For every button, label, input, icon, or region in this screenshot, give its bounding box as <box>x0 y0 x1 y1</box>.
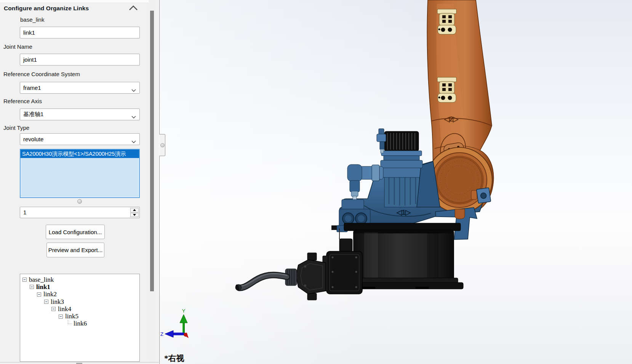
tree-expander-icon[interactable] <box>51 307 56 311</box>
chevron-down-icon <box>131 138 136 145</box>
reference-coordinate-select[interactable]: frame1 <box>20 82 140 94</box>
tree-expander-icon[interactable] <box>44 300 48 304</box>
reference-coordinate-value: frame1 <box>23 85 41 91</box>
chevron-down-icon <box>131 113 136 120</box>
scrollbar-thumb[interactable] <box>150 11 154 291</box>
triad-y-label: Y <box>182 308 186 314</box>
tree-item-label: link4 <box>58 305 71 313</box>
axis-1-marker: ◁1▷ <box>396 208 411 216</box>
tree-item-link5[interactable]: link5 <box>20 313 139 320</box>
resize-grip-handle[interactable] <box>77 199 82 204</box>
application-window: Configure and Organize Links base_link J… <box>0 0 632 364</box>
panel-horizontal-scrollbar[interactable] <box>0 362 159 364</box>
reference-axis-value: 基准轴1 <box>23 111 43 118</box>
tree-item-link6[interactable]: link6 <box>20 320 139 327</box>
reference-axis-select[interactable]: 基准轴1 <box>20 109 140 120</box>
robot-model-canvas[interactable]: ◁2▷ <box>160 0 632 364</box>
spin-up-button[interactable] <box>130 208 139 212</box>
tree-expander-icon[interactable] <box>59 315 63 319</box>
spin-down-button[interactable] <box>130 213 139 217</box>
load-configuration-button[interactable]: Load Configuration... <box>46 225 105 239</box>
panel-vertical-scrollbar[interactable] <box>149 0 155 362</box>
triangle-down-icon <box>133 214 136 216</box>
tree-item-label: link3 <box>51 298 64 306</box>
tree-item-base_link[interactable]: base_link <box>20 276 139 283</box>
axis-2-marker: ◁2▷ <box>444 115 459 123</box>
panel-top-strip <box>0 0 149 3</box>
arm-cable-clamp <box>437 77 456 102</box>
orientation-triad: Y Z <box>160 308 189 338</box>
link-tree[interactable]: base_linklink1link2link3link4link5link6 <box>20 274 140 362</box>
view-orientation-label: *右视 <box>164 354 184 363</box>
tree-item-link1[interactable]: link1 <box>20 283 139 291</box>
preview-and-export-button[interactable]: Preview and Export... <box>46 243 104 257</box>
spinner-value: 1 <box>23 209 26 216</box>
triad-z-label: Z <box>160 331 163 337</box>
joint-type-select[interactable]: revolute <box>20 133 140 145</box>
tree-connector-icon <box>68 320 72 324</box>
link-name-input[interactable] <box>20 27 140 38</box>
splitter-handle-icon <box>160 143 165 147</box>
configure-links-panel: Configure and Organize Links base_link J… <box>0 0 159 364</box>
triangle-up-icon <box>133 209 136 211</box>
reference-coordinate-label: Reference Coordinate System <box>3 71 80 77</box>
tree-item-label: link5 <box>65 313 78 320</box>
graphics-viewport[interactable]: ◁2▷ <box>159 0 632 364</box>
component-selection-listbox[interactable]: SA2000H30演示模型<1>/SA2000H25演示 <box>20 149 140 198</box>
panel-title: Configure and Organize Links <box>4 5 89 12</box>
tree-item-link3[interactable]: link3 <box>20 298 139 305</box>
joint-name-label: Joint Name <box>3 43 32 50</box>
collapse-panel-button[interactable] <box>128 5 139 12</box>
joint-type-label: Joint Type <box>3 125 29 131</box>
arm-cable-clamp <box>437 9 456 34</box>
tree-item-link2[interactable]: link2 <box>20 291 139 298</box>
panel-splitter-tab[interactable] <box>159 134 165 156</box>
reference-axis-label: Reference Axis <box>3 98 42 104</box>
joint-index-spinner[interactable]: 1 <box>20 207 140 218</box>
tree-item-label: link2 <box>43 291 57 298</box>
tree-expander-icon[interactable] <box>30 285 34 289</box>
link-name-label: base_link <box>20 16 44 23</box>
selected-component-item[interactable]: SA2000H30演示模型<1>/SA2000H25演示 <box>21 150 139 158</box>
tree-expander-icon[interactable] <box>37 292 41 297</box>
base-cable-connector <box>285 253 328 300</box>
joint-name-input[interactable] <box>20 54 140 65</box>
spinner-buttons <box>130 208 139 217</box>
robot-base-link <box>235 223 463 300</box>
chevron-down-icon <box>131 87 136 93</box>
tree-item-link4[interactable]: link4 <box>20 305 139 313</box>
tree-item-label: base_link <box>29 276 54 284</box>
base-cable <box>235 273 287 291</box>
tree-item-label: link1 <box>36 283 50 291</box>
tree-item-label: link6 <box>74 320 87 327</box>
joint-type-value: revolute <box>23 136 43 142</box>
chevron-up-icon <box>128 5 139 12</box>
tree-expander-icon[interactable] <box>22 278 27 282</box>
